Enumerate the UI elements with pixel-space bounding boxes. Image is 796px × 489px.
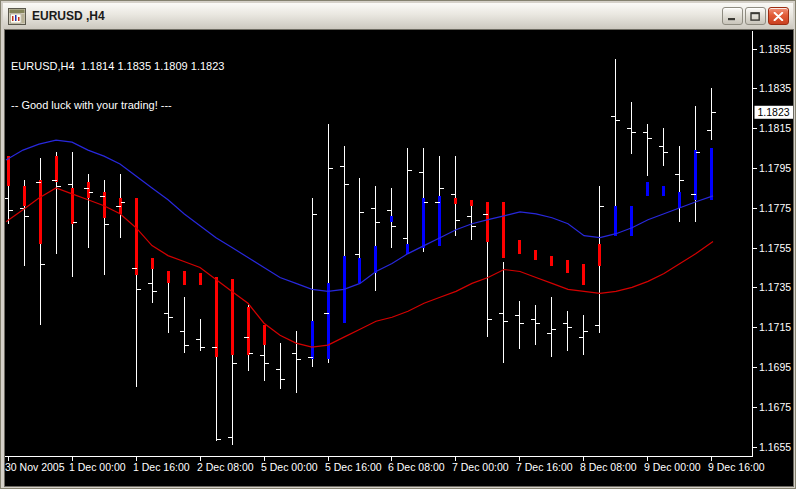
title-bar[interactable]: EURUSD ,H4 bbox=[3, 3, 793, 29]
close-icon bbox=[773, 12, 784, 21]
price-axis-label: 1.1795 bbox=[759, 162, 791, 174]
price-axis-label: 1.1775 bbox=[759, 202, 791, 214]
chart-area[interactable]: EURUSD,H4 1.1814 1.1835 1.1809 1.1823 --… bbox=[4, 29, 794, 487]
chart-window: EURUSD ,H4 EURUSD,H4 1.1814 1.1 bbox=[0, 0, 796, 489]
chart-info-line: EURUSD,H4 1.1814 1.1835 1.1809 1.1823 bbox=[11, 60, 224, 73]
price-axis-label: 1.1715 bbox=[759, 321, 791, 333]
price-axis-label: 1.1815 bbox=[759, 122, 791, 134]
maximize-icon bbox=[750, 12, 761, 21]
time-axis-label: 5 Dec 16:00 bbox=[325, 461, 382, 473]
window-title: EURUSD ,H4 bbox=[32, 9, 722, 23]
price-axis-label: 1.1695 bbox=[759, 361, 791, 373]
time-axis-label: 30 Nov 2005 bbox=[5, 461, 65, 473]
time-axis-label: 1 Dec 00:00 bbox=[69, 461, 126, 473]
price-axis-label: 1.1675 bbox=[759, 401, 791, 413]
time-axis-label: 8 Dec 08:00 bbox=[580, 461, 637, 473]
price-axis-label: 1.1755 bbox=[759, 242, 791, 254]
time-axis-label: 9 Dec 00:00 bbox=[644, 461, 701, 473]
maximize-button[interactable] bbox=[745, 7, 766, 25]
time-axis-label: 7 Dec 00:00 bbox=[452, 461, 509, 473]
price-axis-label: 1.1855 bbox=[759, 43, 791, 55]
time-axis-label: 5 Dec 00:00 bbox=[261, 461, 318, 473]
price-axis-label: 1.1735 bbox=[759, 281, 791, 293]
price-axis-label: 1.1655 bbox=[759, 441, 791, 453]
close-button[interactable] bbox=[768, 7, 789, 25]
minimize-button[interactable] bbox=[722, 7, 743, 25]
chart-comment-line: -- Good luck with your trading! --- bbox=[11, 99, 224, 112]
chart-window-icon bbox=[8, 8, 26, 25]
time-axis-label: 1 Dec 16:00 bbox=[133, 461, 190, 473]
price-axis-label: 1.1835 bbox=[759, 82, 791, 94]
time-axis-label: 6 Dec 08:00 bbox=[388, 461, 445, 473]
time-axis-label: 9 Dec 16:00 bbox=[708, 461, 765, 473]
minimize-icon bbox=[727, 12, 738, 21]
time-axis-label: 7 Dec 16:00 bbox=[516, 461, 573, 473]
time-axis-label: 2 Dec 08:00 bbox=[197, 461, 254, 473]
current-price-value: 1.1823 bbox=[758, 106, 790, 118]
